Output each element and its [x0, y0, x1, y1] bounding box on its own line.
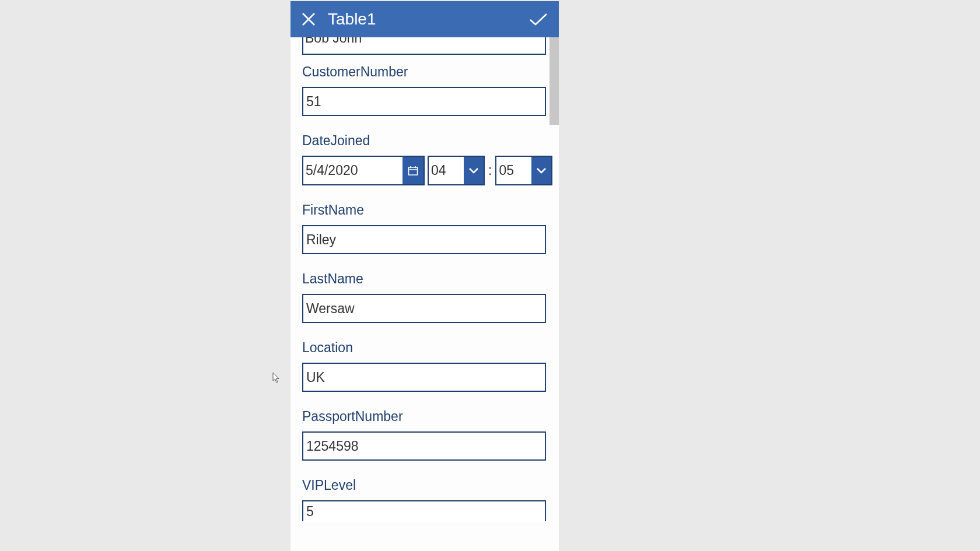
viplevel-label: VIPLevel [302, 478, 559, 493]
location-input[interactable] [302, 363, 546, 392]
calendar-button[interactable] [402, 157, 424, 184]
confirm-button[interactable] [528, 12, 548, 27]
close-button[interactable] [301, 12, 316, 27]
date-picker[interactable]: 5/4/2020 [302, 156, 425, 185]
datejoined-label: DateJoined [302, 133, 559, 149]
passportnumber-input[interactable] [302, 431, 546, 461]
lastname-input[interactable] [302, 294, 546, 323]
top-cut-input[interactable]: Bob John [302, 37, 546, 55]
cursor-icon [272, 372, 281, 384]
viplevel-input-value: 5 [306, 504, 314, 520]
top-cut-input-value: Bob John [305, 37, 362, 46]
close-icon [301, 12, 316, 27]
hour-select-value: 04 [429, 157, 464, 184]
customernumber-input[interactable] [302, 87, 546, 116]
form-title: Table1 [328, 10, 528, 29]
svg-rect-2 [409, 167, 418, 175]
viplevel-input[interactable]: 5 [302, 500, 546, 521]
firstname-input[interactable] [302, 225, 546, 254]
datejoined-row: 5/4/2020 04 : [302, 156, 559, 185]
scrollbar-thumb[interactable] [550, 37, 559, 125]
hour-select[interactable]: 04 [428, 156, 485, 185]
firstname-label: FirstName [302, 202, 559, 218]
minute-select[interactable]: 05 [495, 156, 552, 185]
location-label: Location [302, 340, 559, 356]
date-picker-value: 5/4/2020 [303, 157, 402, 184]
form-scroll-content: CustomerNumber DateJoined 5/4/2020 04 [302, 55, 559, 521]
passportnumber-label: PassportNumber [302, 409, 559, 424]
form-header: Table1 [290, 1, 559, 37]
lastname-label: LastName [302, 271, 559, 287]
chevron-down-icon [468, 167, 479, 174]
calendar-icon [408, 166, 418, 176]
hour-select-arrow[interactable] [464, 157, 484, 184]
minute-select-value: 05 [496, 157, 531, 184]
customernumber-label: CustomerNumber [302, 64, 559, 80]
chevron-down-icon [536, 167, 547, 174]
form-panel: Table1 Bob John CustomerNumber DateJoine… [290, 1, 559, 551]
check-icon [528, 12, 548, 27]
time-colon: : [488, 163, 492, 178]
minute-select-arrow[interactable] [531, 157, 551, 184]
